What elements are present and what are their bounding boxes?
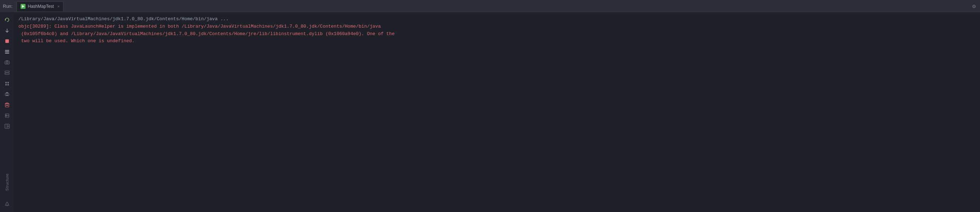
svg-rect-3 [5, 39, 9, 43]
svg-rect-9 [6, 61, 8, 61]
pin-button[interactable] [2, 199, 13, 209]
svg-point-8 [6, 62, 8, 64]
svg-rect-4 [5, 50, 9, 51]
svg-rect-18 [6, 95, 8, 96]
left-sidebar: Structure [0, 13, 14, 212]
svg-rect-17 [6, 92, 8, 94]
console-line-3: (0x105f6b4c0) and /Library/Java/JavaVirt… [18, 30, 976, 38]
back-button[interactable] [2, 111, 13, 121]
hashtmap-tab[interactable]: HashMapTest × [17, 2, 64, 11]
svg-marker-0 [22, 5, 24, 8]
svg-rect-6 [5, 53, 9, 54]
main-layout: Structure /Library/Java/JavaVirtualMachi… [0, 13, 980, 212]
stack-frames-button[interactable] [2, 68, 13, 78]
structure-label[interactable]: Structure [5, 173, 9, 191]
svg-rect-15 [8, 84, 9, 85]
rerun-button[interactable] [2, 15, 13, 25]
settings-gear-icon[interactable]: ⚙ [972, 3, 980, 10]
list-view-button[interactable] [2, 47, 13, 57]
puzzle-button[interactable] [2, 79, 13, 89]
layout-button[interactable] [2, 121, 13, 131]
svg-rect-12 [5, 82, 7, 83]
console-line-4: two will be used. Which one is undefined… [18, 38, 976, 45]
tab-run-icon [21, 4, 25, 9]
camera-button[interactable] [2, 57, 13, 67]
print-button[interactable] [2, 89, 13, 99]
run-label: Run: [3, 3, 14, 9]
sidebar-bottom [2, 199, 13, 212]
tab-close-button[interactable]: × [57, 4, 60, 8]
tab-bar-left: Run: HashMapTest × [3, 2, 64, 11]
tab-bar: Run: HashMapTest × ⚙ [0, 0, 980, 13]
svg-rect-10 [5, 71, 9, 72]
stop-button[interactable] [2, 36, 13, 46]
svg-rect-24 [6, 103, 8, 104]
console-line-1: /Library/Java/JavaVirtualMachines/jdk1.7… [18, 16, 976, 23]
svg-rect-14 [5, 84, 7, 85]
scroll-down-button[interactable] [2, 26, 13, 35]
svg-rect-5 [5, 51, 9, 52]
svg-rect-11 [5, 73, 9, 75]
console-line-2: objc[30289]: Class JavaLaunchHelper is i… [18, 23, 976, 30]
tab-label: HashMapTest [28, 4, 54, 9]
svg-rect-7 [5, 61, 9, 64]
console-output: /Library/Java/JavaVirtualMachines/jdk1.7… [14, 13, 980, 212]
svg-rect-13 [8, 82, 9, 83]
delete-button[interactable] [2, 100, 13, 110]
